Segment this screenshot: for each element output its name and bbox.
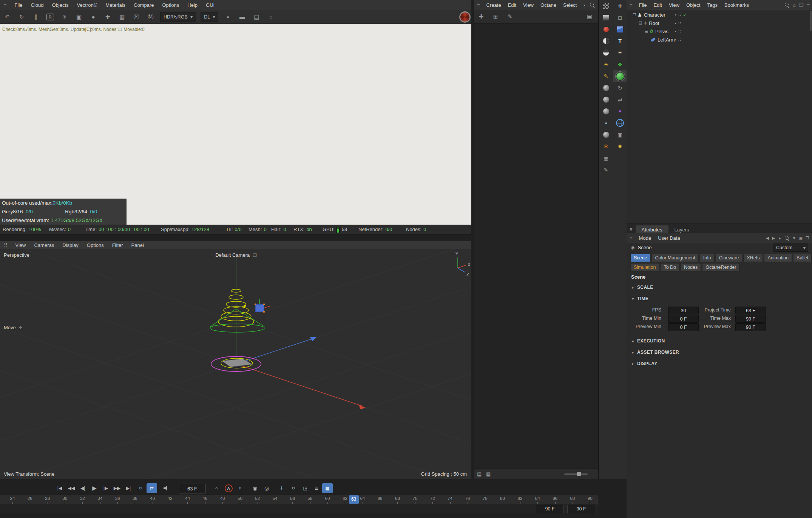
next-frame-button[interactable] xyxy=(100,483,111,493)
glossy-material-icon[interactable] xyxy=(599,47,613,59)
preset-dropdown[interactable]: Custom xyxy=(773,244,808,252)
vp-menu-display[interactable]: Display xyxy=(58,242,83,248)
record-active-objects-button[interactable] xyxy=(261,483,272,493)
material-sphere-icon[interactable] xyxy=(599,82,613,94)
goto-start-button[interactable] xyxy=(54,483,65,493)
section-time[interactable]: TIME xyxy=(632,296,648,301)
menu-compare[interactable]: Compare xyxy=(130,2,158,8)
render-mode-dropdown[interactable]: DL xyxy=(201,12,218,22)
tab-attributes[interactable]: Attributes xyxy=(636,225,668,234)
texture-checker-icon[interactable] xyxy=(599,0,613,12)
search-icon[interactable] xyxy=(785,3,789,7)
mode-menu[interactable]: Mode xyxy=(636,235,655,241)
camera-object-icon[interactable] xyxy=(613,129,627,140)
tree-row-leftarm[interactable]: LeftArm xyxy=(627,35,812,44)
thumbnail-size-slider[interactable] xyxy=(564,473,588,475)
om-menu-edit[interactable]: Edit xyxy=(650,2,665,8)
deformer-icon[interactable] xyxy=(613,105,627,117)
swap-arrows-icon[interactable] xyxy=(613,94,627,105)
cat-tab-info[interactable]: Info xyxy=(700,254,715,262)
text-object-icon[interactable] xyxy=(613,35,627,47)
fps-field[interactable]: 30 xyxy=(668,307,699,314)
paint-material-icon[interactable] xyxy=(599,70,613,82)
preview-max-field[interactable]: 90 F xyxy=(735,323,766,331)
search-icon[interactable] xyxy=(590,3,594,7)
vp-menu-panel[interactable]: Panel xyxy=(127,242,148,248)
project-max-field[interactable]: 90 F xyxy=(567,505,595,513)
picture-viewer-icon[interactable] xyxy=(116,12,128,22)
hamburger-menu-icon[interactable] xyxy=(627,2,636,8)
tab-layers[interactable]: Layers xyxy=(668,225,695,234)
menu-materials[interactable]: Materials xyxy=(101,2,130,8)
hamburger-menu-icon[interactable] xyxy=(627,235,636,241)
key-rotation-toggle[interactable] xyxy=(288,483,299,493)
color-space-dropdown[interactable]: HDR/sRGB xyxy=(160,12,196,22)
search-icon[interactable] xyxy=(785,236,789,240)
tree-label[interactable]: Root xyxy=(649,20,659,26)
expand-arrow-icon[interactable] xyxy=(632,339,634,344)
octane-live-viewer[interactable]: Check:0ms./0ms. MeshGen:0ms. Update[C]:0… xyxy=(0,24,471,225)
octane-objects-icon[interactable] xyxy=(613,70,627,82)
tree-label[interactable]: Character xyxy=(644,12,665,18)
viewport-canvas[interactable]: Y X Z Perspective Default Camera Move Vi… xyxy=(0,249,471,479)
op-menu-create[interactable]: Create xyxy=(483,2,505,8)
cone-wireframe[interactable] xyxy=(210,309,264,332)
hamburger-menu-icon[interactable] xyxy=(627,227,636,234)
parent-object-icon[interactable] xyxy=(778,236,782,240)
cat-tab-bullet[interactable]: Bullet xyxy=(793,254,812,262)
expand-arrow-icon[interactable] xyxy=(632,285,634,290)
op-menu-edit[interactable]: Edit xyxy=(505,2,520,8)
metal-sphere-icon[interactable] xyxy=(599,105,613,117)
key-scale-toggle[interactable] xyxy=(300,483,310,493)
layer-chip-icon[interactable] xyxy=(675,37,676,42)
vp-menu-options[interactable]: Options xyxy=(83,242,108,248)
panel-options-icon[interactable] xyxy=(584,11,595,22)
menu-cloud[interactable]: Cloud xyxy=(27,2,48,8)
time-max-field[interactable]: 90 F xyxy=(735,315,766,323)
add-region-icon[interactable] xyxy=(102,12,113,22)
section-asset-browser[interactable]: ASSET BROWSER xyxy=(632,350,679,355)
om-menu-bookmarks[interactable]: Bookmarks xyxy=(721,2,752,8)
section-scale[interactable]: SCALE xyxy=(632,285,653,290)
collapse-icon[interactable] xyxy=(644,29,649,34)
current-frame-field[interactable]: 63 F xyxy=(179,484,206,493)
play-button[interactable] xyxy=(89,483,100,493)
film-region-icon[interactable] xyxy=(236,12,248,22)
list-view-icon[interactable] xyxy=(477,471,482,477)
menu-help[interactable]: Help xyxy=(183,2,202,8)
tree-row-root[interactable]: Root xyxy=(627,19,812,27)
edit-node-icon[interactable] xyxy=(504,11,516,22)
liquid-drop-icon[interactable] xyxy=(599,117,613,129)
op-menu-more[interactable]: › xyxy=(580,2,588,8)
tree-row-pelvis[interactable]: Pelvis xyxy=(627,27,812,35)
timeline-playhead[interactable]: 63 xyxy=(349,495,359,504)
cat-tab-cineware[interactable]: Cineware xyxy=(716,254,743,262)
vp-menu-cameras[interactable]: Cameras xyxy=(30,242,58,248)
history-forward-icon[interactable] xyxy=(772,236,775,240)
material-picker-icon[interactable] xyxy=(145,12,156,22)
hamburger-menu-icon[interactable] xyxy=(0,2,11,8)
view-projection-label[interactable]: Perspective xyxy=(4,252,29,258)
render-settings-icon[interactable] xyxy=(59,12,70,22)
visibility-dots-icon[interactable] xyxy=(678,29,681,34)
timeline-ruler[interactable]: 2426283032343638404244464850525456586062… xyxy=(0,495,598,504)
expand-arrow-icon[interactable] xyxy=(632,350,634,355)
lock-panel-icon[interactable] xyxy=(799,236,803,240)
gradient-icon[interactable] xyxy=(599,12,613,23)
refresh-icon[interactable] xyxy=(16,12,27,22)
cat-tab-nodes[interactable]: Nodes xyxy=(681,263,701,271)
collapse-icon[interactable] xyxy=(638,20,643,26)
op-menu-octane[interactable]: Octane xyxy=(537,2,560,8)
collapse-icon[interactable] xyxy=(632,12,637,17)
scatter-object-icon[interactable] xyxy=(613,59,627,70)
light-object-icon[interactable] xyxy=(613,47,627,59)
sun-light-icon[interactable] xyxy=(599,59,613,70)
camera-snapshot-icon[interactable] xyxy=(251,12,262,22)
keying-settings-button[interactable] xyxy=(235,483,245,493)
cat-tab-scene[interactable]: Scene xyxy=(630,254,650,262)
autokey-button[interactable] xyxy=(223,483,234,493)
material-ball-icon[interactable] xyxy=(88,12,99,22)
visibility-dots-icon[interactable] xyxy=(678,21,681,26)
menu-gui[interactable]: GUI xyxy=(202,2,219,8)
goto-end-button[interactable] xyxy=(123,483,134,493)
